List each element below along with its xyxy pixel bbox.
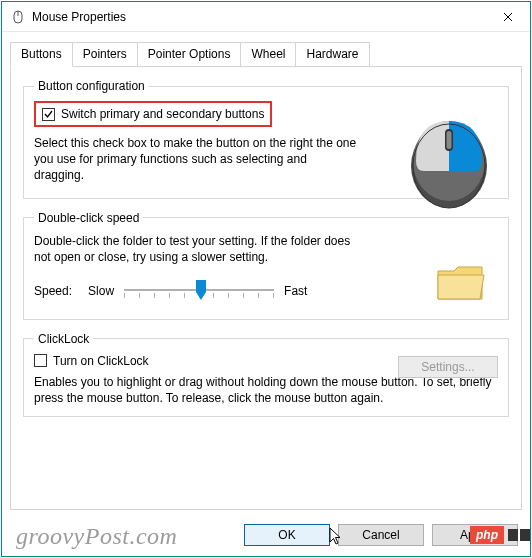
window-title: Mouse Properties	[32, 10, 486, 24]
tab-buttons[interactable]: Buttons	[10, 42, 73, 67]
cancel-button[interactable]: Cancel	[338, 524, 424, 546]
mouse-image	[404, 111, 494, 214]
tab-pointers[interactable]: Pointers	[72, 42, 138, 67]
double-click-help: Double-click the folder to test your set…	[34, 233, 498, 265]
tabs-row: Buttons Pointers Pointer Options Wheel H…	[2, 32, 530, 67]
tab-content: Button configuration Switch primary and …	[10, 66, 522, 510]
dialog-button-bar: OK Cancel Apply	[2, 518, 530, 556]
legend-clicklock: ClickLock	[34, 332, 93, 346]
speed-slider[interactable]	[124, 279, 274, 303]
slow-label: Slow	[88, 284, 114, 298]
legend-button-config: Button configuration	[34, 79, 149, 93]
group-double-click: Double-click speed Double-click the fold…	[23, 211, 509, 320]
clicklock-label: Turn on ClickLock	[53, 354, 149, 368]
switch-primary-highlight: Switch primary and secondary buttons	[34, 101, 272, 127]
close-button[interactable]	[486, 2, 530, 32]
clicklock-checkbox[interactable]	[34, 354, 47, 367]
ok-button[interactable]: OK	[244, 524, 330, 546]
slider-thumb-icon	[194, 280, 208, 302]
speed-label: Speed:	[34, 284, 72, 298]
tab-pointer-options[interactable]: Pointer Options	[137, 42, 242, 67]
tab-hardware[interactable]: Hardware	[295, 42, 369, 67]
fast-label: Fast	[284, 284, 307, 298]
clicklock-help: Enables you to highlight or drag without…	[34, 374, 498, 406]
group-clicklock: ClickLock Turn on ClickLock Settings... …	[23, 332, 509, 417]
mouse-icon	[10, 9, 26, 25]
clicklock-settings-button: Settings...	[398, 356, 498, 378]
php-badge: php	[470, 526, 530, 544]
tab-wheel[interactable]: Wheel	[240, 42, 296, 67]
switch-primary-checkbox[interactable]	[42, 108, 55, 121]
svg-rect-6	[447, 131, 452, 149]
folder-test-icon[interactable]	[434, 259, 488, 310]
php-badge-text: php	[470, 526, 504, 544]
switch-primary-label: Switch primary and secondary buttons	[61, 107, 264, 121]
titlebar: Mouse Properties	[2, 2, 530, 32]
group-button-configuration: Button configuration Switch primary and …	[23, 79, 509, 199]
speed-row: Speed: Slow Fast	[34, 279, 498, 303]
legend-double-click: Double-click speed	[34, 211, 143, 225]
php-badge-bars	[508, 529, 530, 541]
